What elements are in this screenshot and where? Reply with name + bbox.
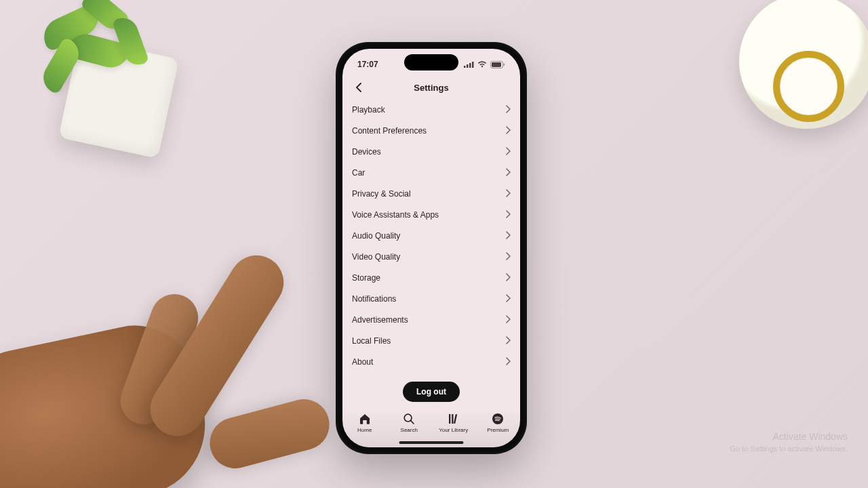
- row-label: Privacy & Social: [352, 189, 411, 199]
- tab-label: Premium: [487, 427, 509, 433]
- settings-row-car[interactable]: Car: [352, 162, 511, 183]
- spotify-icon: [492, 412, 504, 426]
- row-label: Devices: [352, 147, 381, 157]
- chevron-right-icon: [505, 188, 511, 200]
- row-label: Video Quality: [352, 252, 400, 262]
- phone-frame: 17:07 Settings Playback: [336, 42, 527, 454]
- row-label: Audio Quality: [352, 231, 400, 241]
- settings-row-advertisements[interactable]: Advertisements: [352, 309, 511, 330]
- svg-rect-1: [467, 64, 469, 68]
- row-label: Playback: [352, 105, 385, 115]
- settings-row-content-preferences[interactable]: Content Preferences: [352, 120, 511, 141]
- tab-label: Home: [357, 427, 372, 433]
- row-label: Advertisements: [352, 315, 408, 325]
- chevron-right-icon: [505, 314, 511, 326]
- row-label: About: [352, 357, 373, 367]
- tab-label: Search: [401, 427, 418, 433]
- tab-search[interactable]: Search: [387, 412, 432, 433]
- svg-rect-10: [452, 414, 453, 424]
- chevron-right-icon: [505, 293, 511, 305]
- phone-screen: 17:07 Settings Playback: [342, 49, 520, 447]
- watermark-sub: Go to Settings to activate Windows.: [730, 444, 848, 454]
- settings-row-about[interactable]: About: [352, 351, 511, 372]
- wifi-icon: [477, 61, 487, 68]
- tab-home[interactable]: Home: [342, 412, 387, 433]
- settings-row-notifications[interactable]: Notifications: [352, 288, 511, 309]
- svg-rect-9: [449, 414, 450, 424]
- status-time: 17:07: [357, 60, 378, 69]
- chevron-left-icon: [355, 83, 362, 92]
- svg-rect-11: [454, 414, 457, 424]
- battery-icon: [490, 61, 505, 68]
- row-label: Car: [352, 168, 365, 178]
- settings-row-local-files[interactable]: Local Files: [352, 330, 511, 351]
- tab-label: Your Library: [439, 427, 468, 433]
- back-button[interactable]: [349, 78, 368, 97]
- chevron-right-icon: [505, 146, 511, 158]
- settings-row-voice-assistants[interactable]: Voice Assistants & Apps: [352, 204, 511, 225]
- tab-premium[interactable]: Premium: [476, 412, 521, 433]
- settings-list: Playback Content Preferences Devices Car…: [342, 99, 520, 409]
- cellular-signal-icon: [464, 61, 474, 68]
- row-label: Voice Assistants & Apps: [352, 210, 439, 220]
- svg-rect-0: [464, 66, 466, 68]
- windows-activation-watermark: Activate Windows Go to Settings to activ…: [730, 430, 848, 454]
- svg-line-8: [411, 421, 414, 424]
- clock-decor: [739, 0, 868, 129]
- status-indicators: [464, 61, 505, 68]
- search-icon: [403, 412, 415, 426]
- chevron-right-icon: [505, 251, 511, 263]
- svg-rect-2: [469, 63, 471, 68]
- chevron-right-icon: [505, 209, 511, 221]
- dynamic-island: [404, 54, 458, 70]
- svg-rect-6: [504, 63, 505, 66]
- row-label: Content Preferences: [352, 126, 427, 136]
- library-icon: [448, 412, 460, 426]
- logout-container: Log out: [352, 372, 511, 406]
- row-label: Local Files: [352, 336, 391, 346]
- settings-row-privacy-social[interactable]: Privacy & Social: [352, 183, 511, 204]
- watermark-title: Activate Windows: [730, 430, 848, 444]
- home-icon: [359, 412, 371, 426]
- chevron-right-icon: [505, 167, 511, 179]
- settings-row-storage[interactable]: Storage: [352, 267, 511, 288]
- plant-decor: [0, 0, 197, 149]
- settings-row-video-quality[interactable]: Video Quality: [352, 246, 511, 267]
- tab-library[interactable]: Your Library: [431, 412, 476, 433]
- chevron-right-icon: [505, 230, 511, 242]
- chevron-right-icon: [505, 104, 511, 116]
- settings-row-devices[interactable]: Devices: [352, 141, 511, 162]
- logout-button[interactable]: Log out: [403, 382, 460, 402]
- chevron-right-icon: [505, 125, 511, 137]
- svg-rect-3: [472, 62, 474, 68]
- chevron-right-icon: [505, 272, 511, 284]
- page-title: Settings: [414, 83, 448, 93]
- row-label: Notifications: [352, 294, 396, 304]
- nav-header: Settings: [342, 76, 520, 99]
- chevron-right-icon: [505, 335, 511, 347]
- home-indicator: [399, 441, 464, 444]
- settings-row-audio-quality[interactable]: Audio Quality: [352, 225, 511, 246]
- row-label: Storage: [352, 273, 380, 283]
- svg-rect-5: [492, 62, 501, 67]
- chevron-right-icon: [505, 356, 511, 368]
- settings-row-playback[interactable]: Playback: [352, 99, 511, 120]
